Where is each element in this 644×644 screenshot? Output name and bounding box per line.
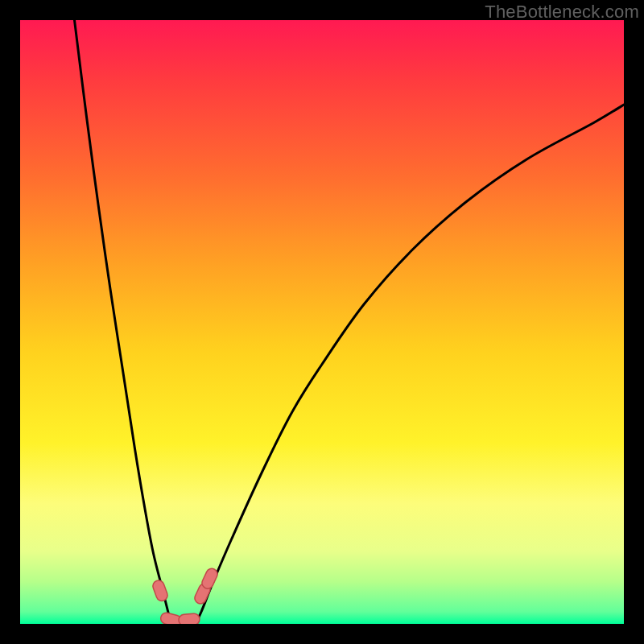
marker-left-tip bbox=[151, 579, 169, 602]
watermark-text: TheBottleneck.com bbox=[485, 2, 639, 23]
series-right-branch bbox=[196, 105, 625, 624]
series-left-branch bbox=[75, 20, 171, 624]
marker-floor-right bbox=[178, 613, 200, 624]
curve-group bbox=[75, 20, 625, 624]
plot-area bbox=[20, 20, 624, 624]
marker-right-tip-2 bbox=[200, 567, 220, 590]
chart-canvas: TheBottleneck.com bbox=[0, 0, 644, 644]
chart-svg bbox=[20, 20, 624, 624]
